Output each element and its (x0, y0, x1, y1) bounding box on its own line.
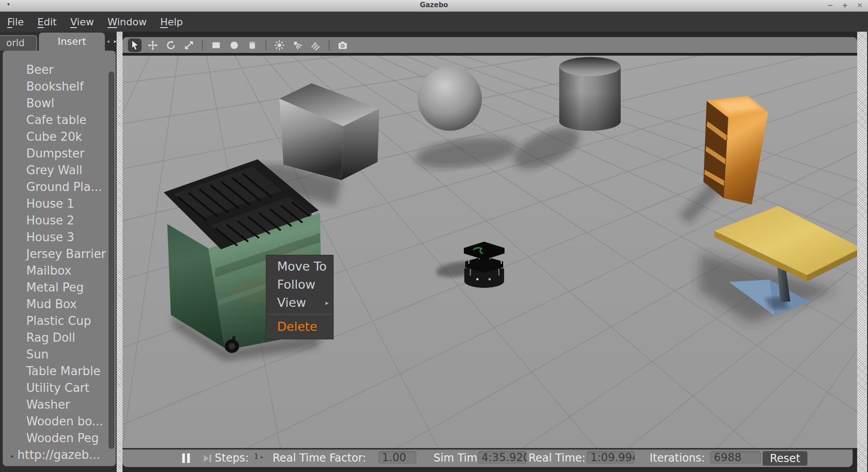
scene-canvas (123, 56, 857, 448)
add-sphere-button[interactable] (227, 38, 241, 52)
sidebar-item-wooden-bo-[interactable]: Wooden bo... (3, 413, 116, 430)
rotate-tool-button[interactable] (164, 38, 178, 52)
steps-spinner[interactable]: 1 ▾ (254, 453, 263, 461)
menu-label-rest: dit (44, 16, 57, 28)
sidebar-item-rag-doll[interactable]: Rag Doll (3, 329, 116, 346)
scale-tool-button[interactable] (182, 38, 196, 52)
sidebar-item-label: Ground Pla... (26, 180, 102, 194)
menu-mnemonic: H (160, 16, 168, 28)
sidebar-item-label: Wooden Peg (26, 431, 99, 445)
sidebar-item-washer[interactable]: Washer (3, 396, 116, 413)
add-point-light-button[interactable] (273, 38, 286, 52)
real-time-label: Real Time: (528, 452, 585, 464)
scene-object-cafe-table[interactable] (698, 206, 857, 324)
scene-object-sphere[interactable] (414, 67, 518, 172)
sidebar-scrollbar[interactable] (108, 72, 114, 449)
sidebar-item-label: Grey Wall (26, 163, 82, 177)
sidebar-item-house-2[interactable]: House 2 (3, 212, 116, 229)
sidebar-item-plastic-cup[interactable]: Plastic Cup (3, 313, 116, 329)
sidebar-item-label: Mailbox (26, 264, 71, 277)
add-box-button[interactable] (209, 38, 223, 52)
tab-scroll-left-icon[interactable]: ◂ (107, 38, 109, 44)
menu-edit[interactable]: Edit (38, 16, 57, 28)
time-panel: Steps: 1 ▾ Real Time Factor: 1.00 Sim Ti… (123, 449, 853, 467)
sidebar-item-label: Dumpster (26, 147, 85, 160)
screenshot-button[interactable] (336, 38, 349, 52)
viewport-3d[interactable]: Move ToFollowView▸Delete (123, 56, 857, 448)
right-splitter[interactable] (857, 32, 867, 472)
sidebar-item-beer[interactable]: Beer (3, 62, 116, 78)
left-splitter[interactable] (117, 32, 123, 472)
scale-arrows-icon (183, 39, 195, 51)
step-forward-icon (203, 453, 213, 463)
menu-mnemonic: V (70, 16, 77, 28)
sidebar-item-house-3[interactable]: House 3 (3, 229, 116, 246)
submenu-arrow-icon: ▸ (326, 294, 329, 312)
sidebar-item-house-1[interactable]: House 1 (3, 195, 116, 212)
sidebar-item-ground-pla-[interactable]: Ground Pla... (3, 179, 116, 195)
sidebar-item-sun[interactable]: Sun (3, 346, 116, 363)
menu-mnemonic: W (108, 16, 117, 28)
sidebar-item-bookshelf[interactable]: Bookshelf (3, 78, 116, 95)
sidebar-item-jersey-barrier[interactable]: Jersey Barrier (3, 246, 116, 262)
sidebar-item-bowl[interactable]: Bowl (3, 95, 116, 112)
add-cylinder-button[interactable] (245, 38, 259, 52)
sidebar-item-dumpster[interactable]: Dumpster (3, 145, 116, 162)
rtf-label: Real Time Factor: (273, 452, 366, 464)
sim-time-value: 4:35.920 (478, 451, 527, 464)
tab-insert[interactable]: Insert (39, 33, 105, 51)
select-tool-button[interactable] (128, 38, 142, 52)
sidebar-item-http-gazeb-[interactable]: ▸http://gazeb... (3, 447, 116, 463)
tab-world[interactable]: orld (0, 35, 37, 51)
sidebar-item-table-marble[interactable]: Table Marble (3, 363, 116, 380)
window-controls: − + ✕ (827, 1, 863, 10)
sidebar-item-label: http://gazeb... (18, 448, 100, 462)
menu-file[interactable]: File (7, 16, 24, 28)
sphere-icon (228, 39, 240, 51)
translate-tool-button[interactable] (146, 38, 160, 52)
add-directional-light-button[interactable] (309, 38, 322, 52)
maximize-button[interactable]: + (842, 1, 848, 10)
sidebar-item-label: Cafe table (26, 113, 86, 127)
menu-help[interactable]: Help (160, 16, 183, 28)
context-menu-item-view[interactable]: View▸ (266, 294, 333, 312)
context-menu-label: Follow (277, 277, 316, 291)
sidebar-item-label: Rag Doll (26, 331, 75, 344)
sidebar-item-label: Wooden bo... (26, 415, 103, 428)
menu-window[interactable]: Window (108, 16, 147, 28)
context-menu-item-follow[interactable]: Follow (266, 276, 333, 294)
sidebar-item-cube-20k[interactable]: Cube 20k (3, 129, 116, 145)
menu-label-rest: elp (168, 16, 183, 28)
close-button[interactable]: ✕ (857, 1, 863, 10)
add-spot-light-button[interactable] (291, 38, 304, 52)
iterations-value: 6988 (710, 451, 761, 464)
steps-label: Steps: (215, 452, 249, 464)
sidebar-item-utility-cart[interactable]: Utility Cart (3, 380, 116, 396)
sidebar-item-grey-wall[interactable]: Grey Wall (3, 162, 116, 179)
sidebar-item-wooden-peg[interactable]: Wooden Peg (3, 430, 116, 447)
pause-button[interactable] (182, 453, 190, 463)
sidebar-item-mud-box[interactable]: Mud Box (3, 296, 116, 313)
rotate-arrows-icon (165, 39, 177, 51)
scene-object-bookshelf[interactable] (678, 96, 768, 223)
sidebar-item-label: Table Marble (26, 364, 100, 378)
sidebar-item-label: House 1 (26, 197, 74, 210)
reset-button[interactable]: Reset (763, 451, 807, 466)
sidebar-item-metal-peg[interactable]: Metal Peg (3, 279, 116, 296)
menu-view[interactable]: View (70, 16, 94, 28)
scene-object-turtlebot[interactable] (435, 242, 505, 288)
step-button[interactable] (203, 453, 213, 465)
model-list: BeerBookshelfBowlCafe tableCube 20kDumps… (3, 51, 116, 463)
menu-label-rest: indow (117, 16, 146, 28)
cylinder-icon (246, 39, 258, 51)
titlebar[interactable]: ▾ Gazebo − + ✕ (0, 0, 868, 12)
minimize-button[interactable]: − (827, 1, 833, 10)
expander-triangle-icon[interactable]: ▸ (11, 453, 14, 459)
scene-object-cylinder[interactable] (508, 57, 621, 177)
sidebar-item-mailbox[interactable]: Mailbox (3, 262, 116, 279)
context-menu-item-delete[interactable]: Delete (266, 317, 333, 337)
sidebar: orld Insert ◂ ▸ BeerBookshelfBowlCafe ta… (0, 32, 117, 472)
sidebar-item-cafe-table[interactable]: Cafe table (3, 112, 116, 129)
box-icon (210, 39, 222, 51)
context-menu-item-move-to[interactable]: Move To (266, 257, 333, 276)
